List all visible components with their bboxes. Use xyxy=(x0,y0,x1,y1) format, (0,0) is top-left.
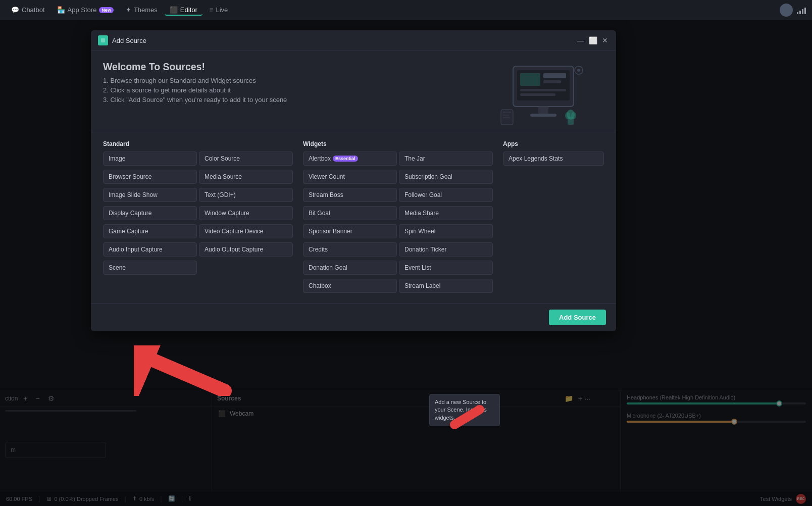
nav-live[interactable]: ≡ Live xyxy=(205,4,233,16)
svg-rect-12 xyxy=(503,112,511,113)
appstore-icon: 🏪 xyxy=(57,6,65,14)
source-sponsor-banner[interactable]: Sponsor Banner xyxy=(303,224,397,238)
source-display-capture[interactable]: Display Capture xyxy=(103,206,197,220)
close-button[interactable]: ✕ xyxy=(601,36,609,44)
svg-point-20 xyxy=(577,69,580,72)
svg-rect-14 xyxy=(503,117,510,118)
nav-appstore[interactable]: 🏪 App Store New xyxy=(52,4,119,16)
modal-welcome-text: Welcome To Sources! 1. Browse through ou… xyxy=(103,61,473,127)
modal-titlebar: Add Source — ⬜ ✕ xyxy=(91,30,616,51)
nav-chatbot[interactable]: 💬 Chatbot xyxy=(6,4,50,16)
source-donation-ticker[interactable]: Donation Ticker xyxy=(399,242,493,257)
widgets-grid: Alertbox Essential The Jar Viewer Count … xyxy=(303,151,493,295)
editor-icon: ⬛ xyxy=(170,6,178,14)
source-credits[interactable]: Credits xyxy=(303,242,397,257)
main-area: Add Source — ⬜ ✕ Welcome To Sources! 1. … xyxy=(0,20,812,506)
nav-right xyxy=(780,4,806,17)
signal-bars xyxy=(797,6,806,14)
source-window-capture[interactable]: Window Capture xyxy=(199,206,293,220)
source-game-capture[interactable]: Game Capture xyxy=(103,224,197,238)
source-event-list[interactable]: Event List xyxy=(399,261,493,275)
source-subscription-goal[interactable]: Subscription Goal xyxy=(399,170,493,184)
svg-rect-9 xyxy=(538,107,548,114)
svg-point-17 xyxy=(565,112,570,119)
standard-grid: Image Color Source Browser Source Media … xyxy=(103,151,293,277)
add-source-button[interactable]: Add Source xyxy=(549,310,606,325)
svg-rect-6 xyxy=(543,80,561,83)
appstore-label: App Store xyxy=(68,6,97,14)
signal-bar-3 xyxy=(802,9,803,14)
source-audio-output-capture[interactable]: Audio Output Capture xyxy=(199,242,293,257)
source-color-source[interactable]: Color Source xyxy=(199,151,293,166)
standard-label: Standard xyxy=(103,140,293,147)
source-stream-label[interactable]: Stream Label xyxy=(399,279,493,293)
source-spin-wheel[interactable]: Spin Wheel xyxy=(399,224,493,238)
welcome-title: Welcome To Sources! xyxy=(103,61,473,73)
add-source-modal: Add Source — ⬜ ✕ Welcome To Sources! 1. … xyxy=(91,30,616,331)
new-badge: New xyxy=(99,7,114,13)
source-donation-goal[interactable]: Donation Goal xyxy=(303,261,397,275)
minimize-button[interactable]: — xyxy=(577,36,585,44)
source-the-jar[interactable]: The Jar xyxy=(399,151,493,166)
source-chatbox[interactable]: Chatbox xyxy=(303,279,397,293)
source-bit-goal[interactable]: Bit Goal xyxy=(303,206,397,220)
svg-rect-10 xyxy=(530,114,556,117)
svg-point-18 xyxy=(571,112,576,119)
welcome-step-3: 3. Click "Add Source" when you're ready … xyxy=(103,96,473,104)
svg-rect-1 xyxy=(101,38,105,42)
add-source-tooltip: Add a new Source to your Scene. Includes… xyxy=(429,394,500,426)
svg-rect-5 xyxy=(543,73,566,78)
themes-icon: ✦ xyxy=(126,6,131,14)
svg-rect-7 xyxy=(520,89,566,91)
apps-label: Apps xyxy=(503,140,604,147)
top-nav: 💬 Chatbot 🏪 App Store New ✦ Themes ⬛ Edi… xyxy=(0,0,812,20)
modal-app-icon xyxy=(98,35,108,45)
welcome-step-1: 1. Browse through our Standard and Widge… xyxy=(103,77,473,84)
source-media-share[interactable]: Media Share xyxy=(399,206,493,220)
signal-bar-2 xyxy=(799,11,801,14)
source-image-slide-show[interactable]: Image Slide Show xyxy=(103,188,197,202)
essential-badge: Essential xyxy=(333,156,358,162)
welcome-step-2: 2. Click a source to get more details ab… xyxy=(103,86,473,94)
source-text-gdi[interactable]: Text (GDI+) xyxy=(199,188,293,202)
svg-rect-4 xyxy=(520,73,540,86)
modal-illustration xyxy=(483,61,604,127)
standard-column: Standard Image Color Source Browser Sour… xyxy=(103,140,293,295)
source-alertbox[interactable]: Alertbox Essential xyxy=(303,151,397,166)
tooltip-text: Add a new Source to your Scene. Includes… xyxy=(435,399,487,421)
widgets-column: Widgets Alertbox Essential The Jar Viewe… xyxy=(303,140,493,295)
chatbot-icon: 💬 xyxy=(11,6,19,14)
live-label: Live xyxy=(216,6,228,14)
source-video-capture-device[interactable]: Video Capture Device xyxy=(199,224,293,238)
user-avatar[interactable] xyxy=(780,4,793,17)
nav-editor[interactable]: ⬛ Editor xyxy=(165,4,202,16)
editor-label: Editor xyxy=(180,6,197,14)
themes-label: Themes xyxy=(134,6,158,14)
modal-welcome-area: Welcome To Sources! 1. Browse through ou… xyxy=(91,51,616,132)
modal-controls: — ⬜ ✕ xyxy=(577,36,609,44)
chatbot-label: Chatbot xyxy=(22,6,45,14)
source-image[interactable]: Image xyxy=(103,151,197,166)
apps-column: Apps Apex Legends Stats xyxy=(503,140,604,295)
widgets-label: Widgets xyxy=(303,140,493,147)
svg-rect-8 xyxy=(520,93,555,96)
source-media-source[interactable]: Media Source xyxy=(199,170,293,184)
source-follower-goal[interactable]: Follower Goal xyxy=(399,188,493,202)
source-apex-legends-stats[interactable]: Apex Legends Stats xyxy=(503,151,604,166)
svg-rect-13 xyxy=(503,115,509,116)
source-audio-input-capture[interactable]: Audio Input Capture xyxy=(103,242,197,257)
source-viewer-count[interactable]: Viewer Count xyxy=(303,170,397,184)
source-scene[interactable]: Scene xyxy=(103,261,197,275)
signal-bar-1 xyxy=(797,12,798,14)
sources-section: Standard Image Color Source Browser Sour… xyxy=(91,132,616,303)
sources-columns: Standard Image Color Source Browser Sour… xyxy=(103,140,604,295)
live-icon: ≡ xyxy=(210,6,214,14)
modal-footer: Add Source xyxy=(91,303,616,331)
modal-title: Add Source xyxy=(112,37,573,44)
source-browser-source[interactable]: Browser Source xyxy=(103,170,197,184)
nav-themes[interactable]: ✦ Themes xyxy=(121,4,163,16)
signal-bar-4 xyxy=(804,8,806,14)
source-stream-boss[interactable]: Stream Boss xyxy=(303,188,397,202)
maximize-button[interactable]: ⬜ xyxy=(589,36,597,44)
